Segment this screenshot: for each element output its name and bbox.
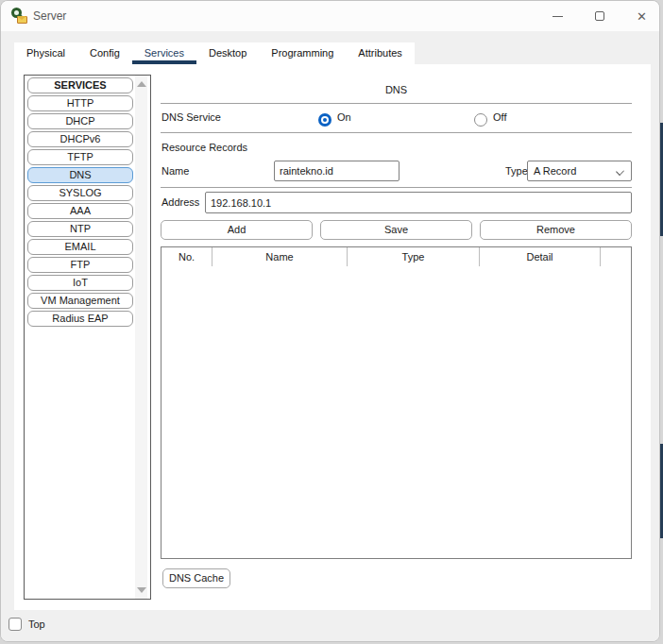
close-button[interactable]: ✕ [620,1,660,31]
sidebar-scrollbar[interactable] [135,76,147,599]
sidebar-item-ftp[interactable]: FTP [27,257,133,273]
sidebar-item-tftp[interactable]: TFTP [27,149,133,165]
remove-button[interactable]: Remove [480,220,632,240]
services-sidebar: SERVICESHTTPDHCPDHCPv6TFTPDNSSYSLOGAAANT… [24,75,151,600]
sidebar-item-iot[interactable]: IoT [27,275,133,291]
scroll-up-icon[interactable] [137,81,146,87]
type-label: Type [505,165,528,177]
scroll-down-icon[interactable] [137,587,146,593]
add-button[interactable]: Add [161,220,313,240]
tab-desktop[interactable]: Desktop [196,42,259,64]
packet-tracer-app-icon [11,8,28,25]
title-bar[interactable]: Server ✕ [1,1,659,31]
services-list: SERVICESHTTPDHCPDHCPv6TFTPDNSSYSLOGAAANT… [25,76,135,599]
chevron-down-icon [616,167,624,176]
dns-service-off-radio[interactable] [474,113,487,127]
tab-config[interactable]: Config [77,42,132,64]
type-select-value: A Record [534,165,576,177]
top-checkbox-label[interactable]: Top [28,619,45,630]
sidebar-item-aaa[interactable]: AAA [27,203,133,219]
records-header-no-[interactable]: No. [162,247,212,266]
server-dialog-window: Server ✕ PhysicalConfigServicesDesktopPr… [0,0,660,642]
name-input[interactable] [274,161,400,181]
divider [161,103,632,104]
sidebar-item-http[interactable]: HTTP [27,95,133,111]
divider [161,187,632,188]
minimize-icon [552,16,563,17]
sidebar-item-radius-eap[interactable]: Radius EAP [27,311,133,327]
services-header: SERVICES [27,77,133,93]
records-table: No.NameTypeDetail [161,246,632,559]
dns-service-off-label[interactable]: Off [493,111,506,123]
sidebar-item-dhcp[interactable]: DHCP [27,113,133,129]
save-button[interactable]: Save [320,220,472,240]
divider [161,132,632,133]
resource-records-label: Resource Records [162,142,247,153]
tab-programming[interactable]: Programming [259,42,346,64]
window-title: Server [33,9,66,23]
address-label: Address [162,196,199,208]
tab-bar: PhysicalConfigServicesDesktopProgramming… [14,42,415,64]
sidebar-item-dns[interactable]: DNS [27,167,133,183]
footer-bar: Top [1,610,659,641]
dns-service-on-label[interactable]: On [337,111,351,123]
maximize-icon [595,11,604,21]
tab-physical[interactable]: Physical [14,42,77,64]
records-header-detail[interactable]: Detail [480,247,601,266]
sidebar-item-dhcpv6[interactable]: DHCPv6 [27,131,133,147]
type-select[interactable]: A Record [527,161,632,181]
tab-services[interactable]: Services [132,42,196,64]
dns-service-on-radio[interactable] [318,113,332,127]
records-header-name[interactable]: Name [212,247,348,266]
records-header-row: No.NameTypeDetail [162,247,631,266]
dns-panel-title: DNS [161,84,632,95]
sidebar-item-vm-management[interactable]: VM Management [27,293,133,309]
records-header-filler [601,247,631,266]
name-label: Name [162,165,189,177]
dns-service-label: DNS Service [162,111,221,123]
sidebar-item-ntp[interactable]: NTP [27,221,133,237]
maximize-button[interactable] [578,1,620,31]
sidebar-item-syslog[interactable]: SYSLOG [27,185,133,201]
dns-cache-button[interactable]: DNS Cache [162,568,230,588]
sidebar-item-email[interactable]: EMAIL [27,239,133,255]
top-checkbox[interactable] [8,618,22,631]
close-icon: ✕ [637,9,647,24]
records-header-type[interactable]: Type [348,247,480,266]
tab-attributes[interactable]: Attributes [346,42,414,64]
address-input[interactable] [205,192,632,213]
minimize-button[interactable] [536,1,579,31]
